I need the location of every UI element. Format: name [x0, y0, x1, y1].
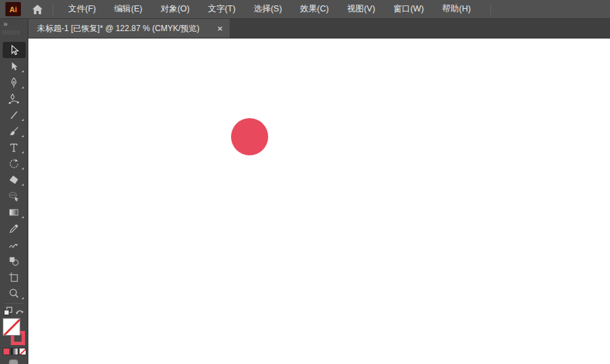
shape-builder-tool[interactable]: [3, 253, 26, 269]
comment-bubble-icon: [8, 190, 20, 202]
flyout-indicator: [22, 86, 24, 88]
curvature-tool[interactable]: [3, 90, 26, 107]
menu-items: 文件(F) 编辑(E) 对象(O) 文字(T) 选择(S) 效果(C) 视图(V…: [63, 3, 484, 15]
paintbrush-icon: [8, 126, 20, 137]
menubar-divider: [53, 3, 53, 16]
tool-list: [0, 42, 28, 301]
menu-bar: Ai 文件(F) 编辑(E) 对象(O) 文字(T) 选择(S) 效果(C) 视…: [0, 0, 610, 19]
rotate-icon: [8, 158, 20, 170]
shaper-tool[interactable]: [3, 236, 26, 253]
tools-panel: »: [0, 19, 28, 364]
menu-item-effect[interactable]: 效果(C): [295, 3, 333, 15]
swap-fill-stroke-icon[interactable]: [15, 307, 24, 316]
gradient-tool[interactable]: [3, 204, 26, 220]
menu-item-file[interactable]: 文件(F): [63, 3, 101, 15]
artboard-canvas[interactable]: [28, 38, 610, 364]
document-tab[interactable]: 未标题-1 [已恢复]* @ 122.87 % (CMYK/预览) ✕: [28, 19, 230, 38]
none-swatch-button[interactable]: [19, 348, 26, 355]
shape-builder-icon: [8, 255, 20, 267]
selection-arrow-icon: [8, 45, 20, 56]
paintbrush-tool[interactable]: [3, 123, 26, 139]
artboard-shape-ellipse[interactable]: [231, 118, 268, 155]
home-icon: [32, 4, 43, 15]
tab-close-icon[interactable]: ✕: [218, 25, 223, 32]
document-tab-bar: 未标题-1 [已恢复]* @ 122.87 % (CMYK/预览) ✕: [28, 19, 610, 38]
flyout-indicator: [22, 119, 24, 121]
flyout-indicator: [22, 151, 24, 153]
toolbar-grip-handle[interactable]: [3, 30, 20, 34]
menubar-divider-right: [490, 4, 491, 15]
flyout-indicator: [22, 167, 24, 170]
menu-item-window[interactable]: 窗口(W): [388, 3, 428, 15]
none-fill-diagonal: [3, 318, 20, 336]
app-logo-icon[interactable]: Ai: [5, 2, 21, 16]
eyedropper-tool[interactable]: [3, 220, 26, 236]
pen-icon: [8, 77, 20, 88]
collapse-toolbar-icon[interactable]: »: [0, 19, 28, 28]
direct-selection-tool[interactable]: [3, 58, 26, 74]
direct-selection-icon: [8, 61, 20, 72]
flyout-indicator: [22, 297, 24, 299]
gradient-icon: [8, 207, 20, 218]
type-icon: [8, 142, 20, 153]
menu-item-view[interactable]: 视图(V): [342, 3, 380, 15]
shaper-icon: [8, 239, 20, 251]
flyout-indicator: [22, 216, 24, 218]
zoom-tool[interactable]: [3, 285, 26, 301]
drawing-mode-button[interactable]: [9, 359, 18, 364]
line-icon: [8, 109, 20, 121]
eraser-tool[interactable]: [3, 172, 26, 188]
menu-item-type[interactable]: 文字(T): [203, 3, 240, 15]
comment-tool[interactable]: [3, 188, 26, 204]
default-fill-stroke-icon[interactable]: [3, 307, 13, 316]
eyedropper-icon: [8, 223, 20, 234]
eraser-icon: [8, 174, 20, 186]
curvature-icon: [8, 93, 20, 105]
menu-item-select[interactable]: 选择(S): [249, 3, 287, 15]
menu-item-edit[interactable]: 编辑(E): [109, 3, 147, 15]
menu-item-help[interactable]: 帮助(H): [438, 3, 476, 15]
color-swatch-button[interactable]: [3, 348, 10, 355]
type-tool[interactable]: [3, 139, 26, 155]
color-mode-buttons: [3, 348, 28, 355]
rotate-tool[interactable]: [3, 155, 26, 172]
line-segment-tool[interactable]: [3, 107, 26, 123]
artboard-icon: [8, 271, 20, 283]
document-tab-title: 未标题-1 [已恢复]* @ 122.87 % (CMYK/预览): [37, 23, 212, 34]
selection-tool[interactable]: [3, 42, 26, 58]
flyout-indicator: [22, 70, 24, 72]
gradient-swatch-button[interactable]: [11, 348, 18, 355]
home-button[interactable]: [30, 2, 45, 17]
flyout-indicator: [22, 184, 24, 186]
none-diagonal: [19, 348, 26, 355]
artboard-tool[interactable]: [3, 269, 26, 285]
toolbar-divider: [5, 303, 24, 304]
flyout-indicator: [22, 135, 24, 137]
pen-tool[interactable]: [3, 74, 26, 90]
zoom-icon: [8, 288, 20, 299]
fill-stroke-indicator: [1, 318, 27, 345]
fill-color-indicator[interactable]: [3, 318, 20, 336]
menu-item-object[interactable]: 对象(O): [156, 3, 195, 15]
